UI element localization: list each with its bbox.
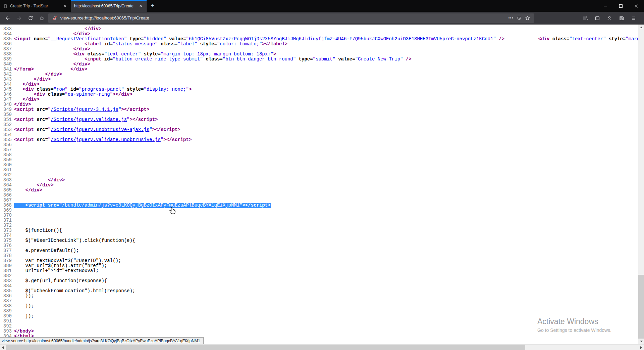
line-number: 353 bbox=[0, 127, 14, 132]
line-number: 340 bbox=[0, 62, 14, 67]
line-number: 374 bbox=[0, 233, 14, 238]
sidebar-icon[interactable] bbox=[592, 13, 602, 23]
new-tab-button[interactable]: + bbox=[147, 0, 158, 12]
code-segment: > bbox=[273, 51, 276, 57]
line-number: 379 bbox=[0, 258, 14, 263]
horizontal-scrollbar[interactable] bbox=[0, 344, 644, 350]
code-segment: class= bbox=[45, 92, 65, 97]
source-line: 373 $(function(){ bbox=[0, 228, 638, 233]
url-text[interactable]: view-source:http://localhost:60065/Trip/… bbox=[60, 15, 505, 20]
url-bar[interactable]: view-source:http://localhost:60065/Trip/… bbox=[48, 13, 534, 23]
code-segment: </body> bbox=[14, 329, 34, 334]
tab-create-trip[interactable]: Create Trip - TaxiStar bbox=[0, 0, 71, 12]
source-link[interactable]: /Scripts/jquery.validate.unobtrusive.js bbox=[51, 137, 161, 142]
line-number: 378 bbox=[0, 253, 14, 258]
library-icon[interactable] bbox=[580, 13, 590, 23]
line-number: 354 bbox=[0, 132, 14, 137]
source-link[interactable]: /bundle/admin/js?v=c3LKOQyjBgBzOIxAPyFwu… bbox=[62, 203, 239, 208]
reload-button[interactable] bbox=[25, 13, 36, 23]
source-line: 351<script src="/Scripts/jquery.validate… bbox=[0, 117, 638, 122]
code-segment: "__RequestVerificationToken" bbox=[48, 36, 127, 42]
line-number: 351 bbox=[0, 117, 14, 122]
source-code: </div> bbox=[14, 102, 31, 107]
code-segment: "progress-panel" bbox=[79, 87, 124, 92]
line-number: 387 bbox=[0, 299, 14, 304]
source-code: </div> bbox=[14, 188, 42, 193]
code-segment bbox=[14, 187, 25, 193]
code-segment: style= bbox=[606, 36, 626, 42]
account-icon[interactable] bbox=[604, 13, 614, 23]
line-number: 381 bbox=[0, 268, 14, 273]
scroll-up-arrow-icon[interactable] bbox=[638, 25, 644, 30]
scroll-left-arrow-icon[interactable] bbox=[0, 345, 6, 350]
code-segment: " bbox=[48, 107, 51, 112]
code-segment: <div bbox=[34, 92, 45, 97]
line-number: 380 bbox=[0, 263, 14, 268]
insecure-lock-icon[interactable] bbox=[52, 15, 57, 21]
code-segment: <input bbox=[14, 36, 31, 42]
line-number: 347 bbox=[0, 97, 14, 102]
minimize-button[interactable] bbox=[598, 0, 613, 12]
source-code: url=url+"?id="+textBoxVal; bbox=[14, 268, 99, 273]
close-window-button[interactable] bbox=[629, 0, 644, 12]
source-link[interactable]: /Scripts/jquery.unobtrusive-ajax.js bbox=[51, 127, 149, 132]
code-segment: <script bbox=[25, 203, 45, 208]
code-segment: src= bbox=[34, 137, 48, 142]
code-segment: "display: none;" bbox=[144, 87, 189, 92]
source-link[interactable]: /Scripts/jquery-3.4.1.js bbox=[51, 107, 118, 112]
code-segment: type= bbox=[296, 56, 313, 62]
source-code: e.preventDefault(); bbox=[14, 248, 79, 253]
source-line: 387 bbox=[0, 299, 638, 304]
code-segment: <div bbox=[22, 87, 34, 92]
source-line: 360 bbox=[0, 163, 638, 168]
source-line: 375 $("#UserIDchecLink").click(function(… bbox=[0, 238, 638, 243]
code-segment: <script bbox=[14, 117, 34, 122]
tab-view-source[interactable]: http://localhost:60065/Trip/Create bbox=[71, 0, 147, 12]
menu-icon[interactable] bbox=[629, 13, 639, 23]
code-segment: "text-center" bbox=[104, 51, 141, 57]
line-number: 362 bbox=[0, 173, 14, 178]
line-number: 345 bbox=[0, 87, 14, 92]
window-controls bbox=[598, 0, 644, 12]
source-line: 341</form> </div> bbox=[0, 67, 638, 72]
home-button[interactable] bbox=[37, 13, 47, 23]
back-button[interactable] bbox=[3, 13, 13, 23]
tab-close-icon[interactable] bbox=[62, 3, 68, 9]
forward-button[interactable] bbox=[14, 13, 24, 23]
source-code: }); bbox=[14, 294, 34, 299]
pocket-icon[interactable] bbox=[517, 15, 522, 21]
code-segment: </div> bbox=[73, 61, 90, 67]
code-segment: type= bbox=[127, 36, 144, 42]
code-segment: id= bbox=[68, 87, 79, 92]
scroll-down-arrow-icon[interactable] bbox=[638, 339, 644, 344]
source-code: </div> bbox=[14, 47, 90, 52]
vertical-scrollbar[interactable] bbox=[638, 25, 644, 344]
line-number: 335 bbox=[0, 37, 14, 42]
page-actions-icon[interactable]: ••• bbox=[508, 16, 514, 20]
code-segment: <script bbox=[14, 137, 34, 142]
source-line: 333 </div> bbox=[0, 27, 638, 32]
code-segment bbox=[14, 203, 25, 208]
tab-close-icon[interactable] bbox=[138, 3, 144, 9]
scroll-right-arrow-icon[interactable] bbox=[638, 345, 644, 350]
vertical-scrollbar-thumb[interactable] bbox=[638, 275, 644, 339]
line-number: 375 bbox=[0, 238, 14, 243]
line-number: 364 bbox=[0, 183, 14, 188]
source-code: $(function(){ bbox=[14, 228, 62, 233]
code-segment: class= bbox=[34, 87, 54, 92]
code-segment: /> bbox=[496, 36, 504, 42]
horizontal-scrollbar-thumb[interactable] bbox=[6, 345, 525, 350]
source-code: $.get(url,function(response){ bbox=[14, 278, 107, 283]
line-number: 337 bbox=[0, 47, 14, 52]
line-number: 386 bbox=[0, 294, 14, 299]
code-segment: <script bbox=[14, 107, 34, 112]
bookmark-star-icon[interactable] bbox=[525, 15, 530, 21]
save-page-icon[interactable] bbox=[616, 13, 627, 23]
maximize-button[interactable] bbox=[613, 0, 629, 12]
line-number: 358 bbox=[0, 152, 14, 158]
source-line: 345 <div class="row" id="progress-panel"… bbox=[0, 87, 638, 92]
code-segment: e.preventDefault(); bbox=[14, 248, 79, 253]
code-segment bbox=[14, 26, 85, 32]
source-line: 335<input name="__RequestVerificationTok… bbox=[0, 37, 638, 42]
source-link[interactable]: /Scripts/jquery.validate.js bbox=[51, 117, 127, 122]
